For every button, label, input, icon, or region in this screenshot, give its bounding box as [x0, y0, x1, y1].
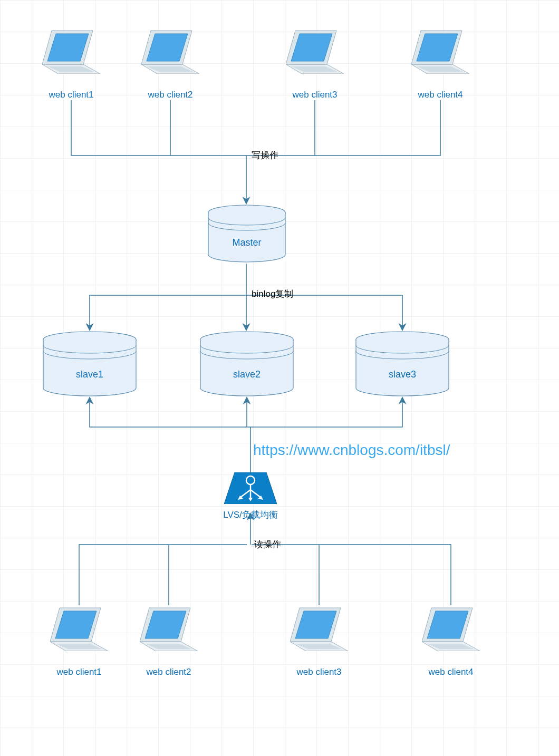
laptop-icon — [141, 26, 199, 74]
laptop-icon — [42, 26, 100, 74]
watermark: https://www.cnblogs.com/itbsl/ — [253, 442, 450, 459]
laptop-icon — [50, 604, 108, 651]
client-label: web client1 — [42, 90, 100, 100]
client-label: web client3 — [286, 90, 344, 100]
laptop-icon — [140, 604, 198, 651]
client-label: web client4 — [422, 667, 480, 677]
laptop-icon — [411, 26, 469, 74]
laptop-icon — [422, 604, 480, 651]
write-op-label: 写操作 — [252, 149, 278, 161]
diagram-canvas: web client1 web client2 web client3 web … — [0, 0, 559, 756]
slave-db: slave1 — [42, 331, 137, 397]
client-label: web client2 — [141, 90, 199, 100]
slave-db: slave2 — [199, 331, 294, 397]
binlog-label: binlog复制 — [252, 288, 293, 300]
master-db: Master — [207, 205, 286, 263]
load-balancer — [224, 472, 277, 506]
laptop-icon — [290, 604, 348, 651]
slave-label: slave3 — [355, 369, 450, 380]
client-label: web client1 — [50, 667, 108, 677]
read-op-label: 读操作 — [254, 538, 281, 550]
slave-label: slave1 — [42, 369, 137, 380]
client-label: web client3 — [290, 667, 348, 677]
slave-label: slave2 — [199, 369, 294, 380]
client-label: web client4 — [411, 90, 469, 100]
lb-label: LVS/负载均衡 — [211, 509, 290, 521]
client-label: web client2 — [140, 667, 198, 677]
slave-db: slave3 — [355, 331, 450, 397]
master-label: Master — [207, 237, 286, 248]
laptop-icon — [286, 26, 344, 74]
